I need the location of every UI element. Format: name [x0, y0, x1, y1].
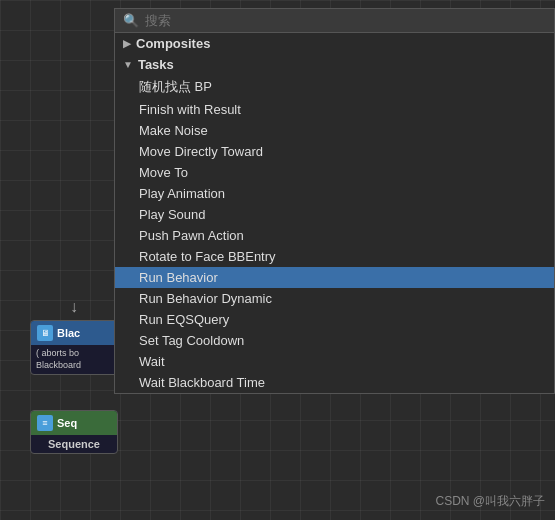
search-bar[interactable]: 🔍 — [115, 9, 554, 33]
dropdown-panel: 🔍 ▶ Composites ▼ Tasks 随机找点 BPFinish wit… — [114, 8, 555, 394]
task-item-9[interactable]: Run Behavior — [115, 267, 554, 288]
node-blackboard-line2: Blackboard — [36, 360, 112, 372]
task-item-13[interactable]: Wait — [115, 351, 554, 372]
task-item-7[interactable]: Push Pawn Action — [115, 225, 554, 246]
node-blackboard-body: ( aborts bo Blackboard — [31, 345, 117, 374]
task-item-6[interactable]: Play Sound — [115, 204, 554, 225]
task-item-3[interactable]: Move Directly Toward — [115, 141, 554, 162]
connector-arrow: ↓ — [70, 298, 78, 316]
node-sequence-title: Seq — [57, 417, 77, 429]
node-blackboard-title: Blac — [57, 327, 80, 339]
node-sequence[interactable]: ≡ Seq Sequence — [30, 410, 118, 454]
tasks-arrow: ▼ — [123, 59, 133, 70]
node-sequence-header: ≡ Seq — [31, 411, 117, 435]
task-item-8[interactable]: Rotate to Face BBEntry — [115, 246, 554, 267]
tasks-label: Tasks — [138, 57, 174, 72]
sequence-icon: ≡ — [37, 415, 53, 431]
task-item-1[interactable]: Finish with Result — [115, 99, 554, 120]
node-sequence-body: Sequence — [31, 435, 117, 453]
node-blackboard[interactable]: 🖥 Blac ( aborts bo Blackboard — [30, 320, 118, 375]
task-item-5[interactable]: Play Animation — [115, 183, 554, 204]
task-item-12[interactable]: Set Tag Cooldown — [115, 330, 554, 351]
task-item-0[interactable]: 随机找点 BP — [115, 75, 554, 99]
task-item-11[interactable]: Run EQSQuery — [115, 309, 554, 330]
task-item-10[interactable]: Run Behavior Dynamic — [115, 288, 554, 309]
category-tasks[interactable]: ▼ Tasks — [115, 54, 554, 75]
search-icon: 🔍 — [123, 13, 139, 28]
watermark: CSDN @叫我六胖子 — [435, 493, 545, 510]
node-blackboard-header: 🖥 Blac — [31, 321, 117, 345]
blackboard-icon: 🖥 — [37, 325, 53, 341]
search-input[interactable] — [145, 13, 546, 28]
task-item-2[interactable]: Make Noise — [115, 120, 554, 141]
category-composites[interactable]: ▶ Composites — [115, 33, 554, 54]
tasks-list: 随机找点 BPFinish with ResultMake NoiseMove … — [115, 75, 554, 393]
node-blackboard-line1: ( aborts bo — [36, 348, 112, 360]
composites-arrow: ▶ — [123, 38, 131, 49]
task-item-14[interactable]: Wait Blackboard Time — [115, 372, 554, 393]
task-item-4[interactable]: Move To — [115, 162, 554, 183]
composites-label: Composites — [136, 36, 210, 51]
